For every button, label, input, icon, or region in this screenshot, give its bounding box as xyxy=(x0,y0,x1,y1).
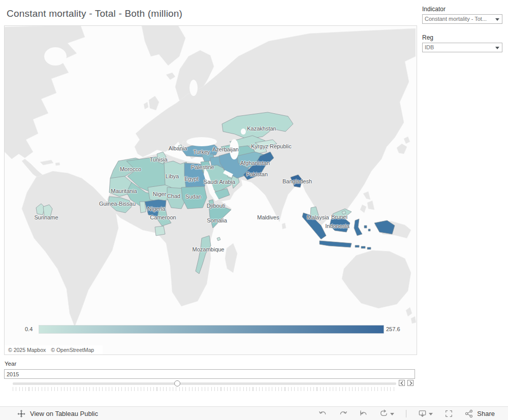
undo-button[interactable] xyxy=(319,409,327,418)
chevron-left-icon xyxy=(400,381,404,385)
basemap-hispaniola xyxy=(55,163,60,166)
reg-dropdown[interactable]: IDB xyxy=(422,43,502,52)
page-title: Constant mortality - Total - Both (milli… xyxy=(7,8,182,19)
basemap-greenland xyxy=(142,26,185,66)
tableau-logo-icon xyxy=(17,410,25,418)
reset-button[interactable] xyxy=(359,409,368,418)
aral-sea xyxy=(241,128,246,135)
basemap-cuba xyxy=(40,160,53,165)
basemap-australia xyxy=(342,250,411,308)
basemap-philippines xyxy=(360,191,374,213)
replay-icon xyxy=(379,409,388,418)
toolbar-separator xyxy=(406,410,406,417)
caspian-sea xyxy=(230,139,239,159)
basemap-uk xyxy=(149,96,159,110)
share-icon xyxy=(465,409,473,418)
refresh-button[interactable] xyxy=(379,409,394,418)
legend-max-value: 257.6 xyxy=(386,326,400,332)
basemap-japan xyxy=(397,137,410,154)
indicator-dropdown-value: Constant mortality - Tot... xyxy=(425,16,495,22)
undo-icon xyxy=(319,409,327,418)
color-legend-bar xyxy=(39,325,384,334)
previous-year-button[interactable] xyxy=(399,380,405,386)
year-slider-ticks xyxy=(13,387,396,391)
reg-filter-label: Reg xyxy=(422,34,433,41)
chevron-right-icon xyxy=(408,381,413,385)
next-year-button[interactable] xyxy=(407,380,414,386)
view-on-tableau-link[interactable]: View on Tableau Public xyxy=(17,410,98,418)
year-input[interactable] xyxy=(4,369,415,379)
redo-icon xyxy=(339,409,347,418)
world-map[interactable] xyxy=(5,26,417,354)
indicator-dropdown[interactable]: Constant mortality - Tot... xyxy=(422,14,502,24)
attribution-mapbox: © 2025 Mapbox xyxy=(8,347,46,353)
caret-down-icon xyxy=(495,18,499,23)
country-indonesia-sulawesi[interactable] xyxy=(354,219,362,236)
country-indonesia-java[interactable] xyxy=(320,241,352,247)
fullscreen-button[interactable] xyxy=(444,409,453,418)
basemap-ireland xyxy=(144,102,148,109)
view-on-tableau-label: View on Tableau Public xyxy=(30,410,98,417)
download-button[interactable] xyxy=(418,409,433,418)
basemap-new-zealand xyxy=(406,307,416,324)
basemap-south-america xyxy=(22,171,118,327)
caret-down-icon xyxy=(429,413,433,417)
tableau-toolbar: View on Tableau Public xyxy=(0,406,508,420)
reg-dropdown-value: IDB xyxy=(425,44,495,50)
year-slider-handle[interactable] xyxy=(174,380,180,386)
basemap-iceland xyxy=(166,73,175,80)
redo-button[interactable] xyxy=(339,409,347,418)
share-button[interactable]: Share xyxy=(465,409,495,418)
revert-icon xyxy=(359,409,368,418)
country-gabon[interactable] xyxy=(155,226,165,236)
caret-down-icon xyxy=(390,413,394,417)
year-slider-track[interactable] xyxy=(13,382,396,385)
basemap-sri-lanka xyxy=(282,223,286,229)
hudson-bay xyxy=(44,47,67,66)
tableau-dashboard: Constant mortality - Total - Both (milli… xyxy=(0,0,508,420)
share-button-label: Share xyxy=(477,410,495,417)
fullscreen-icon xyxy=(444,409,453,418)
map-attribution: © 2025 Mapbox© OpenStreetMap xyxy=(5,345,103,354)
country-indonesia-kalimantan[interactable] xyxy=(330,218,350,232)
country-benin-togo[interactable] xyxy=(140,202,146,213)
indicator-filter-label: Indicator xyxy=(422,6,446,13)
country-comoros[interactable] xyxy=(217,237,220,241)
basemap-madagascar xyxy=(225,243,237,273)
display-download-icon xyxy=(418,409,427,418)
basemap-north-america xyxy=(5,26,85,159)
toolbar-buttons: Share xyxy=(319,407,495,420)
attribution-osm: © OpenStreetMap xyxy=(51,347,94,353)
map-panel[interactable]: Kazakhstan Kyrgyz Republic Albania Turke… xyxy=(4,25,417,355)
year-filter-label: Year xyxy=(5,361,16,367)
legend-min-value: 0.4 xyxy=(25,326,33,332)
black-sea xyxy=(186,137,217,146)
caret-down-icon xyxy=(495,47,499,51)
baltic-sea xyxy=(189,80,198,96)
